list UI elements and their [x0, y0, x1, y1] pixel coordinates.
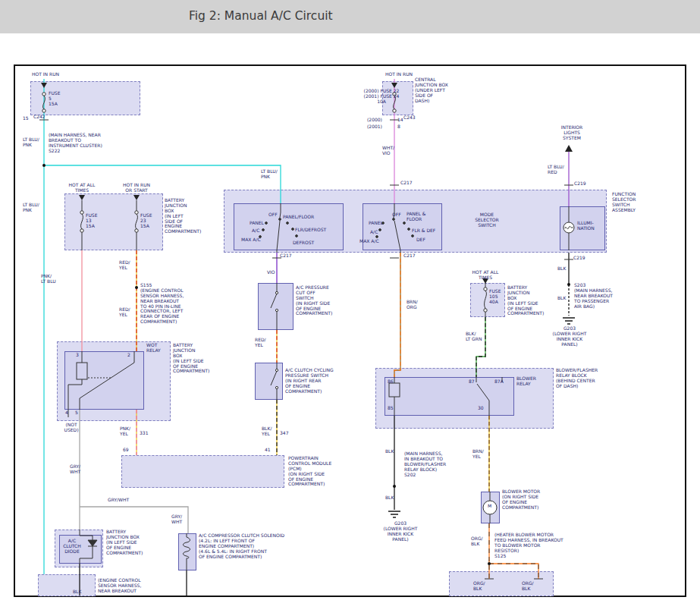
label-bjb1: BATTERY JUNCTION BOX (IN LEFT SIDE OF EN… [165, 198, 201, 234]
label-c242-pin: 15 [23, 116, 29, 121]
label-org-blk-1: ORG/ BLK [471, 536, 483, 547]
label-pcm: POWERTRAIN CONTROL MODULE (PCM) (ON RIGH… [288, 456, 331, 487]
label-c243: C243 [403, 115, 416, 121]
label-motor-m: M [488, 504, 491, 509]
label-pnk-yel: PNK/ YEL [120, 426, 130, 437]
header-bar: Fig 2: Manual A/C Circuit [0, 0, 700, 33]
label-85: 85 [388, 406, 394, 411]
label-g203-left: G203 (LOWER RIGHT INNER KICK PANEL) [379, 521, 422, 542]
label-sw1-defrost: DEFROST [293, 240, 314, 246]
label-c217-b1: C217 [280, 253, 292, 259]
label-c217-b2: C217 [403, 253, 416, 259]
label-fuse5: FUSE 5 15A [49, 91, 60, 107]
switch1-box [234, 203, 344, 250]
label-ecsh: (ENGINE CONTROL SENSOR HARNESS, NEAR BRE… [98, 578, 141, 594]
label-blk-yel: BLK/ YEL [262, 426, 272, 437]
label-pin4: 4 [65, 410, 68, 416]
label-not-used: (NOT USED) [59, 423, 83, 433]
label-red-yel-2: RED/ YEL [119, 307, 130, 318]
label-red-yel-3: RED/ YEL [255, 338, 266, 348]
page-title: Fig 2: Manual A/C Circuit [189, 9, 333, 23]
label-fuse105: FUSE 105 40A [489, 289, 501, 305]
label-org-blk-3: ORG/ BLK [522, 581, 534, 592]
label-interior-lights: INTERIOR LIGHTS SYSTEM [556, 125, 588, 141]
label-ac-cycling: A/C CLUTCH CYCLING PRESSURE SWITCH (IN R… [285, 368, 334, 394]
label-gry-wht-2: GRY/WHT [108, 498, 129, 503]
label-blk-s202: BLK [385, 449, 394, 454]
label-c242: C242 [33, 115, 46, 120]
label-sw1-off: OFF [268, 212, 278, 218]
label-cjb-note: CENTRAL JUNCTION BOX (UNDER LEFT SIDE OF… [415, 77, 448, 103]
label-c219-top: C219 [574, 181, 586, 187]
label-sw2-panel: PANEL [369, 221, 383, 226]
label-lt-blu-red: LT BLU/ RED [548, 165, 564, 175]
label-s203: S203 (MAIN HARNESS, NEAR BREAKOUT TO PAS… [574, 283, 613, 309]
resistor-breakout-box [449, 571, 554, 596]
label-fss-note: FUNCTION SELECTOR SWITCH ASSEMBLY [612, 192, 636, 213]
label-86: 86 [388, 379, 394, 385]
label-sw2-max-ac: MAX A/C [359, 239, 379, 244]
label-blk-bottom-left: BLK [73, 589, 81, 595]
label-sw2-flr-def: FLR & DEF [412, 228, 435, 234]
label-sw1-panel-floor: PANEL/FLOOR [283, 215, 314, 220]
pcm-box [121, 455, 284, 488]
label-brn-org: BRN/ ORG [407, 300, 418, 310]
label-wht-vio: WHT/ VIO [382, 146, 394, 156]
label-blower-relay: BLOWER RELAY [516, 376, 536, 387]
label-87: 87 [469, 379, 475, 385]
label-2000: (2000) [367, 118, 382, 123]
ac-cycling-switch-box [255, 363, 283, 400]
label-ac-pressure: A/C PRESSURE CUT OFF SWITCH (IN RIGHT SI… [296, 285, 332, 316]
label-c217-top: C217 [400, 181, 413, 186]
label-hot-in-run-mid: HOT IN RUN [385, 72, 413, 77]
label-s202: (MAIN HARNESS, IN BREAKOUT TO BLOWER/FLA… [404, 451, 446, 477]
label-2001: (2001) [367, 124, 382, 130]
label-s155: S155 (ENGINE CONTROL SENSOR HARNESS, NEA… [140, 283, 184, 325]
label-pnk-lt-blu: PNK/ LT BLU [41, 274, 56, 284]
label-sw1-max-ac: MAX A/C [241, 237, 261, 243]
label-brn-yel: BRN/ YEL [472, 449, 484, 460]
label-blk-r1: BLK [557, 266, 566, 272]
label-sw2-panel-floor: PANEL & FLOOR [407, 212, 426, 222]
label-87a: 87A [494, 379, 504, 385]
compressor-solenoid-box [178, 533, 196, 570]
wot-relay-box [64, 351, 144, 410]
label-ac-diode: A/C CLUTCH DIODE [61, 539, 83, 555]
label-wot-relay: WOT RELAY [146, 343, 161, 354]
label-pin14: 14 [397, 118, 403, 123]
label-bjb4: BATTERY JUNCTION BOX (IN LEFT SIDE OF EN… [507, 285, 544, 316]
label-blower-motor: BLOWER MOTOR (ON RIGHT SIDE OF ENGINE CO… [502, 489, 540, 511]
label-red-yel-1: RED/ YEL [119, 260, 130, 271]
wiring-diagram-page: Fig 2: Manual A/C Circuit [0, 0, 700, 616]
bottom-left-breakout-box [38, 574, 96, 596]
label-c219-bot: C219 [573, 256, 585, 261]
label-blk-lt-grn: BLK/ LT GRN [466, 332, 482, 342]
label-pin3: 3 [76, 353, 79, 358]
label-pin8: 8 [397, 124, 400, 130]
label-fuse23: FUSE 23 15A [140, 213, 152, 229]
label-gry-wht-1: GRY/ WHT [70, 464, 80, 475]
label-lt-blu-pnk-3: LT BLU/ PNK [23, 203, 39, 213]
label-gry-wht-3: GRY/ WHT [171, 514, 182, 525]
label-sw2-off: OFF [392, 212, 401, 218]
label-331: 331 [140, 431, 148, 436]
label-41: 41 [265, 448, 271, 453]
label-hot-all-right: HOT AT ALL TIMES [467, 270, 504, 281]
label-blk-g203: BLK [385, 495, 394, 501]
label-sw2-ac: A/C [370, 230, 378, 235]
label-bjb3: BATTERY JUNCTION BOX (IN LEFT SIDE OF EN… [106, 530, 143, 555]
label-hot-in-run-left: HOT IN RUN [32, 72, 59, 77]
label-sw1-flr-defrost: FLR/DEFROST [295, 228, 326, 233]
label-cjb-fuses: (2000) FUSE 22 (2001) FUSE 24 10A [353, 89, 410, 105]
label-s222: (MAIN HARNESS, NEAR BREAKOUT TO INSTRUME… [49, 133, 102, 154]
ac-pressure-switch-box [258, 283, 293, 330]
label-fuse13: FUSE 13 15A [86, 213, 97, 229]
label-lt-blu-pnk-1: LT BLU/ PNK [23, 137, 39, 148]
label-illumination: ILLUMI- NATION [577, 221, 595, 231]
label-69: 69 [123, 448, 129, 453]
label-mode-selector: MODE SELECTOR SWITCH [469, 212, 505, 228]
label-s125: (HEATER BLOWER MOTOR FEED HARNESS, IN BR… [494, 533, 563, 558]
label-blk-r2: BLK [557, 296, 566, 301]
label-bjb2: BATTERY JUNCTION BOX (IN LEFT SIDE OF EN… [173, 343, 209, 374]
label-347: 347 [280, 431, 288, 436]
